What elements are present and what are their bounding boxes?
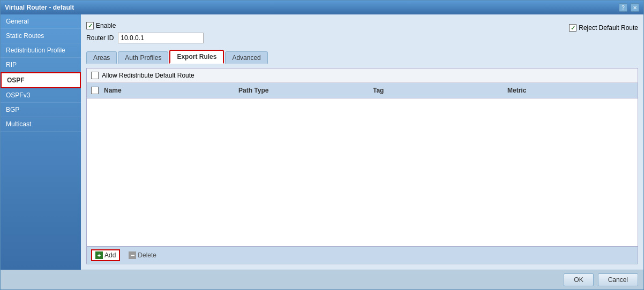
delete-icon: − — [129, 251, 136, 259]
reject-default-route-label: Reject Default Route — [579, 24, 638, 32]
footer: OK Cancel — [1, 270, 643, 289]
delete-button[interactable]: − Delete — [125, 250, 160, 260]
reject-default-route-checkbox[interactable] — [569, 24, 576, 32]
enable-checkbox[interactable] — [86, 22, 94, 29]
tabs-bar: Areas Auth Profiles Export Rules Advance… — [86, 50, 638, 64]
sidebar: General Static Routes Redistribution Pro… — [1, 14, 81, 270]
add-button[interactable]: + Add — [91, 249, 120, 261]
delete-label: Delete — [138, 251, 156, 259]
title-bar: Virtual Router - default ? ✕ — [1, 1, 643, 14]
router-id-label: Router ID — [86, 34, 114, 42]
top-controls-row: Enable Router ID Reject Default Route — [86, 20, 638, 45]
add-icon: + — [95, 251, 103, 259]
tab-areas[interactable]: Areas — [86, 51, 117, 64]
tab-auth-profiles[interactable]: Auth Profiles — [118, 51, 168, 64]
enable-label: Enable — [96, 22, 116, 29]
bottom-toolbar: + Add − Delete — [87, 246, 638, 264]
cancel-button[interactable]: Cancel — [598, 273, 638, 286]
column-metric: Metric — [503, 85, 638, 96]
title-bar-controls: ? ✕ — [619, 3, 639, 12]
allow-redistribute-label: Allow Redistribute Default Route — [102, 72, 194, 79]
allow-redistribute-row: Allow Redistribute Default Route — [87, 68, 638, 83]
router-id-row: Router ID — [86, 33, 204, 43]
sidebar-item-bgp[interactable]: BGP — [1, 103, 81, 117]
column-path-type: Path Type — [234, 85, 369, 96]
main-window: Virtual Router - default ? ✕ General Sta… — [0, 0, 644, 290]
sidebar-item-ospfv3[interactable]: OSPFv3 — [1, 88, 81, 103]
help-button[interactable]: ? — [619, 3, 627, 12]
sidebar-item-ospf[interactable]: OSPF — [1, 72, 81, 88]
table-body — [87, 98, 638, 246]
sidebar-item-multicast[interactable]: Multicast — [1, 117, 81, 132]
sidebar-item-redistribution-profile[interactable]: Redistribution Profile — [1, 43, 81, 58]
close-button[interactable]: ✕ — [631, 3, 639, 12]
select-all-checkbox[interactable] — [91, 87, 99, 94]
column-name: Name — [100, 85, 234, 96]
ok-button[interactable]: OK — [564, 273, 593, 286]
router-id-input[interactable] — [118, 33, 204, 43]
add-label: Add — [104, 251, 116, 259]
allow-redistribute-checkbox[interactable] — [91, 72, 99, 79]
reject-default-route-row: Reject Default Route — [569, 24, 638, 32]
table-header: Name Path Type Tag Metric — [87, 83, 638, 98]
main-content: General Static Routes Redistribution Pro… — [1, 14, 643, 270]
table-panel: Allow Redistribute Default Route Name Pa… — [86, 68, 638, 264]
sidebar-item-static-routes[interactable]: Static Routes — [1, 29, 81, 43]
sidebar-item-rip[interactable]: RIP — [1, 58, 81, 72]
enable-row: Enable — [86, 22, 204, 29]
window-title: Virtual Router - default — [5, 4, 74, 11]
column-tag: Tag — [369, 85, 503, 96]
tab-export-rules[interactable]: Export Rules — [169, 50, 224, 64]
tab-advanced[interactable]: Advanced — [225, 51, 267, 64]
right-panel: Enable Router ID Reject Default Route Ar… — [81, 14, 643, 270]
header-checkbox-cell — [87, 85, 100, 96]
sidebar-item-general[interactable]: General — [1, 14, 81, 29]
